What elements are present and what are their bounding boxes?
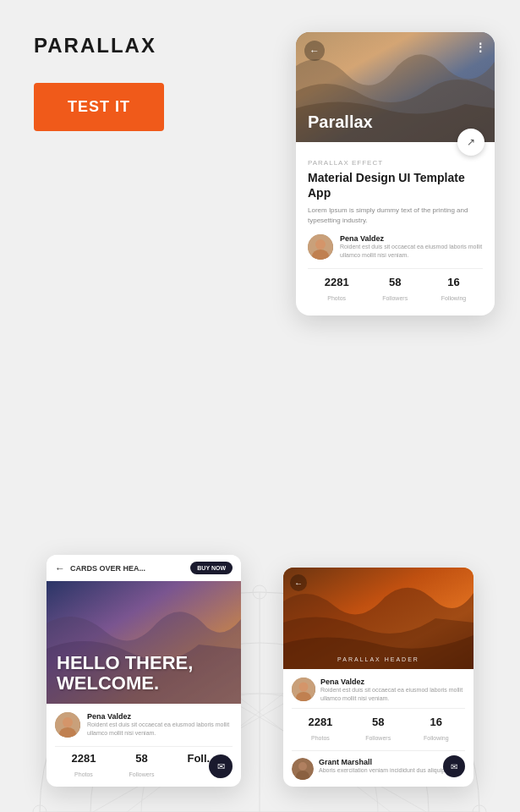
hero-image-1: ← ⋮ Parallax ↗ bbox=[296, 32, 495, 142]
card2-profile-info: Pena Valdez Roident est duis sit occaeca… bbox=[87, 712, 233, 738]
fab-email-button-2[interactable]: ✉ bbox=[209, 754, 233, 778]
parallax-effect-label: PARALLAX EFFECT bbox=[308, 159, 483, 167]
card3-profile1-name: Pena Valdez bbox=[320, 678, 465, 686]
card1-title: Material Design UI Template App bbox=[308, 170, 483, 200]
photos-count: 2281 bbox=[325, 276, 349, 288]
share-button[interactable]: ↗ bbox=[457, 129, 484, 156]
card2-hero: HELLO THERE, WELCOME. bbox=[47, 581, 241, 704]
card1-profile-row: Pena Valdez Roident est duis sit occaeca… bbox=[308, 234, 483, 260]
stat3-following-label: Following bbox=[424, 735, 449, 741]
stat3-followers: 58 Followers bbox=[365, 716, 391, 743]
card2-topbar: ← CARDS OVER HEA... BUY NOW bbox=[47, 555, 241, 581]
svg-point-30 bbox=[298, 762, 307, 771]
stat3-following-count: 16 bbox=[424, 716, 449, 728]
back-icon-3: ← bbox=[294, 579, 303, 588]
card3-profile2-row: Grant Marshall Aboris exercitation venia… bbox=[292, 758, 465, 780]
stat3-followers-count: 58 bbox=[365, 716, 391, 728]
svg-point-27 bbox=[299, 683, 309, 692]
card2-hero-text: HELLO THERE, WELCOME. bbox=[57, 653, 231, 694]
followers-count: 58 bbox=[382, 276, 408, 288]
card1-profile-name: Pena Valdez bbox=[340, 234, 483, 243]
photos-label: Photos bbox=[327, 295, 346, 301]
svg-point-23 bbox=[63, 717, 73, 727]
stat-photos: 2281 Photos bbox=[325, 276, 349, 304]
more-icon: ⋮ bbox=[474, 41, 486, 54]
card3-profile2-name: Grant Marshall bbox=[319, 758, 446, 766]
stat2-photos-count: 2281 bbox=[72, 752, 96, 765]
svg-point-19 bbox=[315, 239, 326, 250]
card1-profile-bio: Roident est duis sit occaecat ea eiusmod… bbox=[340, 243, 483, 260]
stat2-followers-label: Followers bbox=[129, 771, 154, 777]
stat3-photos-label: Photos bbox=[311, 735, 330, 741]
top-section: PARALLAX TEST IT bbox=[34, 34, 164, 131]
buy-now-button[interactable]: BUY NOW bbox=[190, 562, 233, 574]
card3-stats: 2281 Photos 58 Followers 16 Following bbox=[292, 708, 465, 743]
card2-profile-row: Pena Valdez Roident est duis sit occaeca… bbox=[55, 712, 233, 738]
stat-followers: 58 Followers bbox=[382, 276, 408, 304]
card1-desc: Lorem Ipsum is simply dummy text of the … bbox=[308, 206, 483, 226]
stat2-photos-label: Photos bbox=[74, 771, 93, 777]
more-button-1[interactable]: ⋮ bbox=[474, 41, 486, 54]
following-label: Following bbox=[441, 295, 467, 301]
test-it-button[interactable]: TEST IT bbox=[34, 83, 164, 131]
card1-content: PARALLAX EFFECT Material Design UI Templ… bbox=[296, 142, 495, 315]
parallax-header-label: PARALLAX HEADER bbox=[337, 656, 419, 669]
email-icon-3: ✉ bbox=[451, 762, 457, 771]
card3-profile2-section: Grant Marshall Aboris exercitation venia… bbox=[292, 750, 465, 780]
card1-profile-info: Pena Valdez Roident est duis sit occaeca… bbox=[340, 234, 483, 260]
card2-topbar-left: ← CARDS OVER HEA... bbox=[55, 562, 145, 574]
phone-card-parallax: ← ⋮ Parallax ↗ PARALLAX EFFECT Material … bbox=[296, 32, 495, 315]
stat3-photos: 2281 Photos bbox=[308, 716, 332, 743]
card3-hero: ← PARALLAX HEADER bbox=[283, 568, 473, 669]
back-icon-2[interactable]: ← bbox=[55, 562, 65, 574]
card3-content: Pena Valdez Roident est duis sit occaeca… bbox=[283, 669, 473, 787]
card2-profile-bio: Roident est duis sit occaecat ea eiusmod… bbox=[87, 721, 233, 738]
card1-stats: 2281 Photos 58 Followers 16 Following bbox=[308, 268, 483, 304]
avatar-3a bbox=[292, 678, 315, 701]
stat3-photos-count: 2281 bbox=[308, 716, 332, 728]
app-title: PARALLAX bbox=[34, 34, 164, 58]
card3-profile1-row: Pena Valdez Roident est duis sit occaeca… bbox=[292, 678, 465, 703]
card3-profile1-info: Pena Valdez Roident est duis sit occaeca… bbox=[320, 678, 465, 703]
stat2-followers: 58 Followers bbox=[129, 752, 154, 780]
followers-label: Followers bbox=[382, 295, 408, 301]
back-icon: ← bbox=[309, 45, 320, 57]
avatar-1 bbox=[308, 234, 333, 260]
card3-profile2-info: Grant Marshall Aboris exercitation venia… bbox=[319, 758, 446, 775]
avatar-2 bbox=[55, 712, 80, 738]
back-button-1[interactable]: ← bbox=[304, 41, 325, 61]
following-count: 16 bbox=[441, 276, 467, 288]
stat2-photos: 2281 Photos bbox=[72, 752, 96, 780]
phone-card-parallax-header: ← PARALLAX HEADER Pena Valdez Roident es… bbox=[283, 568, 473, 787]
share-icon: ↗ bbox=[467, 136, 475, 148]
hero-parallax-text: Parallax bbox=[308, 112, 373, 132]
avatar-3b bbox=[292, 758, 314, 780]
stat-following: 16 Following bbox=[441, 276, 467, 304]
card3-profile2-bio: Aboris exercitation veniam incididunt du… bbox=[319, 766, 446, 775]
email-icon-2: ✉ bbox=[217, 761, 225, 772]
stat3-followers-label: Followers bbox=[365, 735, 391, 741]
stat3-following: 16 Following bbox=[424, 716, 449, 743]
card2-stats: 2281 Photos 58 Followers Foll... bbox=[55, 746, 233, 780]
card2-page-name: CARDS OVER HEA... bbox=[70, 564, 145, 573]
card3-profile1-bio: Roident est duis sit occaecat ea eiusmod… bbox=[320, 686, 465, 703]
bottom-section: ← CARDS OVER HEA... BUY NOW HE bbox=[0, 555, 520, 787]
card2-profile-name: Pena Valdez bbox=[87, 712, 233, 721]
stat2-followers-count: 58 bbox=[129, 752, 154, 765]
phone-card-cards: ← CARDS OVER HEA... BUY NOW HE bbox=[47, 555, 241, 787]
fab-email-button-3[interactable]: ✉ bbox=[443, 755, 465, 777]
